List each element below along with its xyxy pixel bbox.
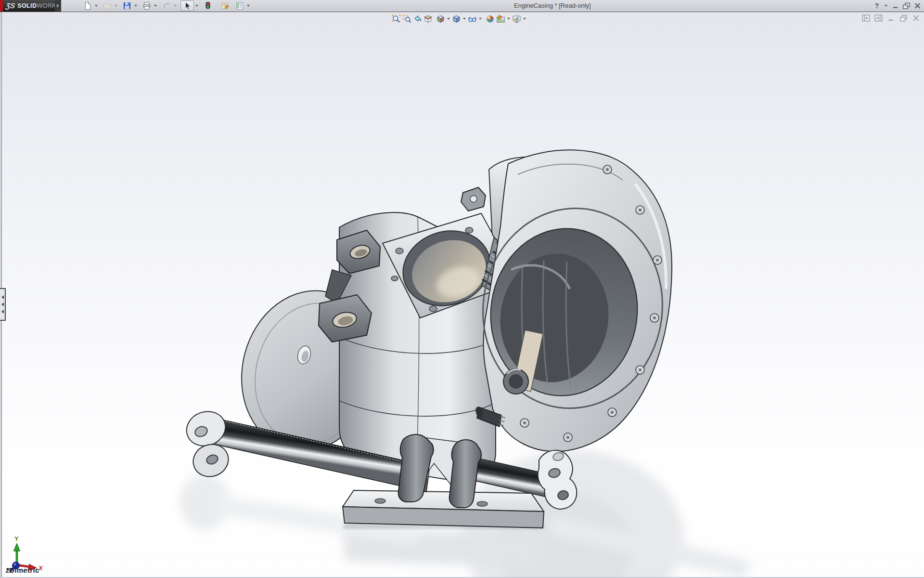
apply-scene-icon bbox=[496, 14, 505, 24]
zoom-to-fit-button[interactable] bbox=[391, 13, 401, 24]
show-left-pane-button[interactable] bbox=[862, 14, 870, 24]
zoom-to-area-icon bbox=[402, 14, 411, 24]
view-orientation-label: *Dimetric bbox=[6, 566, 39, 574]
section-view-icon bbox=[424, 14, 433, 24]
view-orientation-icon bbox=[436, 14, 445, 24]
section-view-button[interactable] bbox=[423, 13, 433, 24]
hide-show-items-button[interactable] bbox=[467, 13, 477, 24]
previous-view-icon bbox=[413, 14, 422, 24]
chevron-down-icon bbox=[447, 18, 450, 20]
view-settings-button[interactable] bbox=[511, 13, 522, 24]
hide-show-items-dropdown[interactable] bbox=[477, 13, 483, 24]
collapsed-feature-panel-tab[interactable] bbox=[0, 288, 6, 321]
view-settings-dropdown[interactable] bbox=[522, 13, 527, 24]
heads-up-view-toolbar bbox=[391, 13, 527, 24]
chevron-down-icon bbox=[479, 18, 482, 20]
display-style-button[interactable] bbox=[451, 13, 462, 24]
graphics-viewport[interactable]: Y X Z *Dimetric bbox=[0, 12, 924, 578]
close-document-icon bbox=[912, 14, 920, 22]
zoom-to-fit-icon bbox=[392, 14, 401, 24]
close-document-button[interactable] bbox=[912, 14, 920, 24]
display-style-dropdown[interactable] bbox=[462, 13, 467, 24]
triad-y-label: Y bbox=[14, 535, 19, 542]
chevron-down-icon bbox=[463, 18, 466, 20]
chevron-down-icon bbox=[507, 18, 510, 20]
restore-document-button[interactable] bbox=[899, 14, 908, 24]
chevron-left-icon bbox=[1, 295, 4, 299]
view-orientation-dropdown[interactable] bbox=[446, 13, 451, 24]
mounting-base bbox=[343, 490, 544, 528]
previous-view-button[interactable] bbox=[412, 13, 423, 24]
view-settings-icon bbox=[512, 14, 521, 24]
edit-appearance-button[interactable] bbox=[485, 13, 495, 24]
minimize-document-icon bbox=[887, 14, 895, 22]
apply-scene-dropdown[interactable] bbox=[506, 13, 511, 24]
edit-appearance-icon bbox=[486, 14, 495, 24]
hide-show-items-icon bbox=[468, 14, 477, 24]
zoom-to-area-button[interactable] bbox=[401, 13, 412, 24]
chevron-down-icon bbox=[523, 18, 526, 20]
chevron-left-icon bbox=[1, 310, 4, 314]
minimize-document-button[interactable] bbox=[887, 14, 895, 24]
show-right-pane-icon bbox=[874, 14, 883, 22]
chevron-left-icon bbox=[1, 302, 4, 306]
restore-document-icon bbox=[899, 14, 908, 22]
view-orientation-button[interactable] bbox=[435, 13, 446, 24]
display-style-icon bbox=[452, 14, 461, 24]
show-left-pane-icon bbox=[862, 14, 870, 22]
engine-casing-model bbox=[0, 0, 924, 578]
document-window-controls bbox=[862, 14, 920, 24]
apply-scene-button[interactable] bbox=[495, 13, 506, 24]
show-right-pane-button[interactable] bbox=[874, 14, 883, 24]
